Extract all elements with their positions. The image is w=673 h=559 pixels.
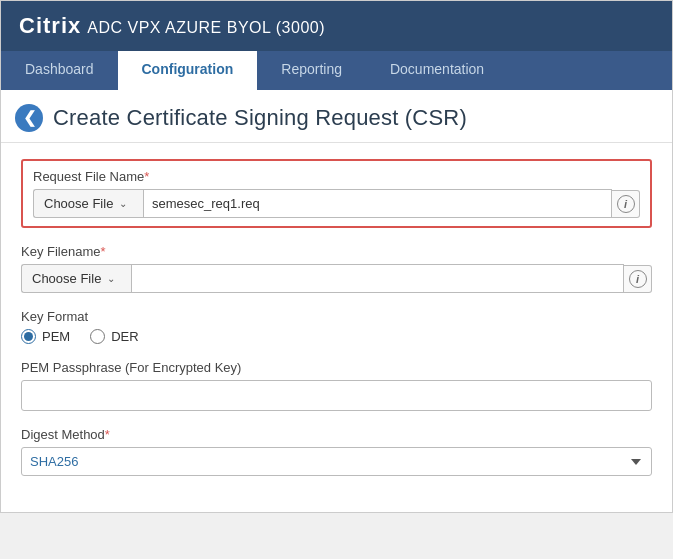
nav-reporting[interactable]: Reporting — [257, 51, 366, 90]
form: Request File Name* Choose File ⌄ i — [1, 143, 672, 512]
digest-method-group: Digest Method* SHA256 SHA384 SHA512 MD5 — [21, 427, 652, 476]
required-marker: * — [144, 169, 149, 184]
request-file-chevron-icon: ⌄ — [119, 198, 127, 209]
key-format-label: Key Format — [21, 309, 652, 324]
app-window: Citrix ADC VPX AZURE BYOL (3000) Dashboa… — [0, 0, 673, 513]
app-header: Citrix ADC VPX AZURE BYOL (3000) — [1, 1, 672, 51]
key-filename-required-marker: * — [100, 244, 105, 259]
pem-passphrase-input[interactable] — [21, 380, 652, 411]
page-content: ❮ Create Certificate Signing Request (CS… — [1, 90, 672, 512]
back-button[interactable]: ❮ — [15, 104, 43, 132]
page-title-bar: ❮ Create Certificate Signing Request (CS… — [1, 90, 672, 143]
key-format-der-option[interactable]: DER — [90, 329, 138, 344]
brand-citrix: Citrix — [19, 13, 81, 39]
nav-configuration[interactable]: Configuration — [118, 51, 258, 90]
request-file-choose-button[interactable]: Choose File ⌄ — [33, 189, 143, 218]
request-file-name-row: Choose File ⌄ i — [33, 189, 640, 218]
key-file-chevron-icon: ⌄ — [107, 273, 115, 284]
back-icon: ❮ — [23, 110, 36, 126]
key-filename-label: Key Filename* — [21, 244, 652, 259]
key-filename-info-icon: i — [629, 270, 647, 288]
request-file-name-group: Request File Name* Choose File ⌄ i — [21, 159, 652, 228]
request-file-info-icon: i — [617, 195, 635, 213]
key-format-pem-option[interactable]: PEM — [21, 329, 70, 344]
pem-passphrase-group: PEM Passphrase (For Encrypted Key) — [21, 360, 652, 411]
key-filename-info-button[interactable]: i — [624, 265, 652, 293]
key-format-der-label: DER — [111, 329, 138, 344]
digest-required-marker: * — [105, 427, 110, 442]
navigation: Dashboard Configuration Reporting Docume… — [1, 51, 672, 90]
pem-passphrase-label: PEM Passphrase (For Encrypted Key) — [21, 360, 652, 375]
key-filename-input[interactable] — [131, 264, 624, 293]
brand-title: ADC VPX AZURE BYOL (3000) — [87, 19, 325, 37]
request-file-input[interactable] — [143, 189, 612, 218]
key-format-pem-label: PEM — [42, 329, 70, 344]
brand-section: Citrix ADC VPX AZURE BYOL (3000) — [19, 13, 325, 39]
key-format-radio-group: PEM DER — [21, 329, 652, 344]
key-file-choose-button[interactable]: Choose File ⌄ — [21, 264, 131, 293]
digest-method-select[interactable]: SHA256 SHA384 SHA512 MD5 — [21, 447, 652, 476]
request-file-info-button[interactable]: i — [612, 190, 640, 218]
key-format-group: Key Format PEM DER — [21, 309, 652, 344]
key-format-der-radio[interactable] — [90, 329, 105, 344]
key-filename-row: Choose File ⌄ i — [21, 264, 652, 293]
nav-documentation[interactable]: Documentation — [366, 51, 508, 90]
key-file-choose-label: Choose File — [32, 271, 101, 286]
digest-method-label: Digest Method* — [21, 427, 652, 442]
page-title: Create Certificate Signing Request (CSR) — [53, 105, 467, 131]
key-format-pem-radio[interactable] — [21, 329, 36, 344]
request-file-name-label: Request File Name* — [33, 169, 640, 184]
key-filename-group: Key Filename* Choose File ⌄ i — [21, 244, 652, 293]
nav-dashboard[interactable]: Dashboard — [1, 51, 118, 90]
request-file-choose-label: Choose File — [44, 196, 113, 211]
